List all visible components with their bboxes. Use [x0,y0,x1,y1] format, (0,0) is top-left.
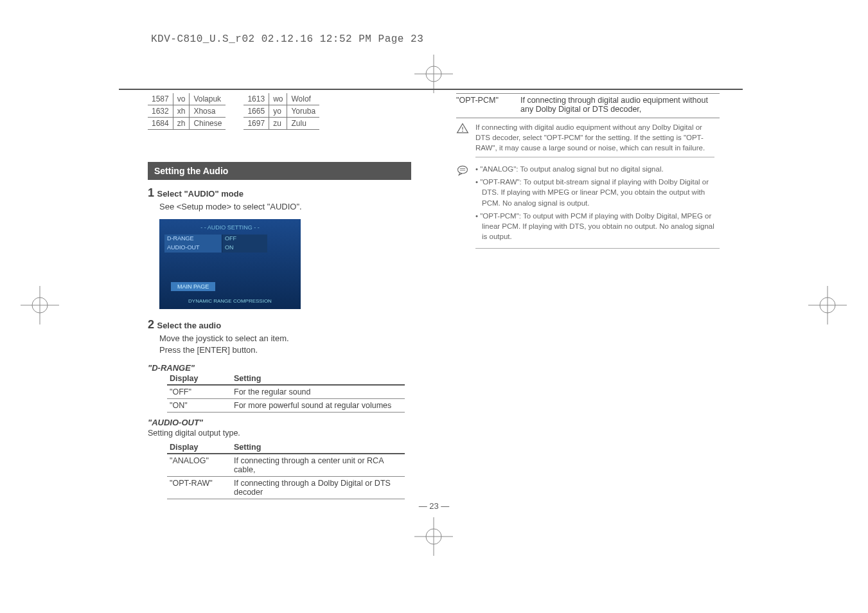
cell-setting: If connecting through a center unit or R… [231,454,405,477]
col-setting: Setting [231,373,405,385]
drange-heading: "D-RANGE" [148,363,411,373]
warning-icon [456,122,470,157]
table-row: "OFF"For the regular sound [167,385,405,399]
lang-code: 1665 [244,105,269,118]
drange-table: DisplaySetting "OFF"For the regular soun… [167,373,405,413]
language-table-left: 1587voVolapuk 1632xhXhosa 1684zhChinese [148,93,226,130]
info-note: • "ANALOG": To output analog signal but … [456,164,720,249]
step-number: 1 [148,186,154,199]
cell-setting: If connecting through digital audio equi… [520,96,720,114]
lang-code: 1697 [244,118,269,130]
page-number: — 23 — [419,501,450,511]
section-heading: Setting the Audio [148,162,411,180]
lang-code: 1587 [148,93,173,105]
document-page: KDV-C810_U.S_r02 02.12.16 12:52 PM Page … [0,0,868,613]
table-row: "ON"For more powerful sound at regular v… [167,398,405,412]
lang-abbr: yo [269,105,287,118]
table-row: "OPT-RAW"If connecting through a Dolby D… [167,476,405,499]
cell-setting: For more powerful sound at regular volum… [231,398,405,412]
language-table-right: 1613woWolof 1665yoYoruba 1697zuZulu [244,93,319,130]
lang-abbr: vo [173,93,190,105]
lang-code: 1684 [148,118,173,130]
cell-setting: If connecting through a Dolby Digital or… [231,476,405,499]
note-bullet: • "OPT-RAW": To output bit-stream signal… [475,177,720,208]
osd-screenshot: - - AUDIO SETTING - - D-RANGEOFF AUDIO-O… [159,219,301,309]
step-title: Select "AUDIO" mode [157,189,243,199]
cell-display: "OFF" [167,385,231,399]
step-1: 1 Select "AUDIO" mode See <Setup mode> t… [148,186,411,213]
top-rule [119,89,743,90]
lang-name: Chinese [190,118,226,130]
col-display: Display [167,373,231,385]
lang-name: Wolof [287,93,319,105]
optpcm-row: "OPT-PCM" If connecting through digital … [456,93,720,118]
note-bullet: • "ANALOG": To output analog signal but … [475,164,720,174]
info-note-list: • "ANALOG": To output analog signal but … [475,164,720,249]
svg-point-14 [458,166,468,174]
file-header: KDV-C810_U.S_r02 02.12.16 12:52 PM Page … [151,33,423,45]
osd-cell: D-RANGE [164,235,222,244]
warning-text: If connecting with digital audio equipme… [475,122,714,157]
cell-display: "ON" [167,398,231,412]
col-setting: Setting [231,441,405,454]
cell-setting: For the regular sound [231,385,405,399]
registration-mark-icon [808,286,847,324]
audioout-table: DisplaySetting "ANALOG"If connecting thr… [167,441,405,499]
step-line: Move the joystick to select an item. [159,333,411,344]
right-column: "OPT-PCM" If connecting through digital … [456,93,720,503]
audioout-heading: "AUDIO-OUT" [148,418,411,427]
step-2: 2 Select the audio Move the joystick to … [148,318,411,356]
lang-name: Volapuk [190,93,226,105]
note-bullet: • "OPT-PCM": To output with PCM if playi… [475,211,720,242]
step-title: Select the audio [157,321,221,330]
registration-mark-icon [414,55,453,93]
note-icon [456,164,470,249]
osd-title: - - AUDIO SETTING - - [159,224,301,231]
lang-abbr: wo [269,93,287,105]
lang-name: Xhosa [190,105,226,118]
content-area: 1587voVolapuk 1632xhXhosa 1684zhChinese … [148,93,720,503]
table-row: "ANALOG"If connecting through a center u… [167,454,405,477]
lang-abbr: xh [173,105,190,118]
cell-display: "OPT-PCM" [456,96,520,114]
registration-mark-icon [414,517,453,556]
osd-footer: DYNAMIC RANGE COMPRESSION [159,298,301,304]
osd-cell: OFF [222,235,267,244]
lang-abbr: zu [269,118,287,130]
cell-display: "OPT-RAW" [167,476,231,499]
lang-code: 1613 [244,93,269,105]
osd-cell: ON [222,244,267,253]
step-body: See <Setup mode> to select "AUDIO". [159,201,411,213]
col-display: Display [167,441,231,454]
language-code-block: 1587voVolapuk 1632xhXhosa 1684zhChinese … [148,93,411,149]
lang-name: Zulu [287,118,319,130]
osd-cell: AUDIO-OUT [164,244,222,253]
lang-name: Yoruba [287,105,319,118]
lang-abbr: zh [173,118,190,130]
step-line: Press the [ENTER] button. [159,344,411,356]
cell-display: "ANALOG" [167,454,231,477]
svg-point-13 [462,130,463,132]
osd-main-page-button: MAIN PAGE [171,282,215,291]
registration-mark-icon [21,286,59,324]
step-number: 2 [148,318,154,331]
lang-code: 1632 [148,105,173,118]
warning-note: If connecting with digital audio equipme… [456,122,720,157]
audioout-desc: Setting digital output type. [148,429,411,438]
left-column: 1587voVolapuk 1632xhXhosa 1684zhChinese … [148,93,411,503]
step-body: Move the joystick to select an item. Pre… [159,333,411,356]
